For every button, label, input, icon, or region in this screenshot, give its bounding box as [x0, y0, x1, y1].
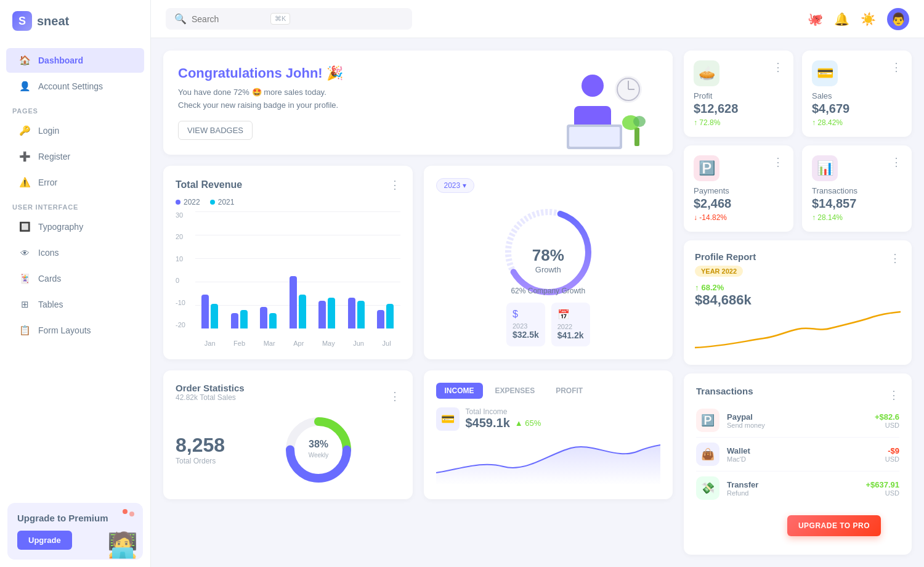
sidebar-item-label: Tables: [38, 300, 63, 309]
logo: S sneat: [0, 0, 150, 42]
sales-icon: 💳: [812, 60, 838, 86]
ui-section-label: USER INTERFACE: [0, 196, 150, 213]
transactions-stat-card: 📊 ⋮ Transactions $14,857 ↑ 28.14%: [802, 145, 912, 232]
svg-point-4: [582, 75, 604, 97]
sidebar-item-dashboard[interactable]: 🏠 Dashboard: [6, 48, 144, 73]
sidebar-item-cards[interactable]: 🃏 Cards: [6, 266, 144, 291]
year-badge[interactable]: 2023 ▾: [436, 178, 474, 193]
search-input[interactable]: [192, 14, 265, 24]
revenue-menu-icon[interactable]: ⋮: [389, 178, 400, 192]
growth-value-2022: $41.2k: [557, 330, 584, 340]
growth-header: 2023 ▾: [436, 178, 661, 193]
transactions-menu-icon[interactable]: ⋮: [891, 155, 902, 169]
income-tab-profit[interactable]: PROFIT: [547, 383, 591, 399]
transactions-icon: 📊: [812, 155, 838, 181]
search-bar[interactable]: 🔍 ⌘K: [166, 8, 412, 30]
sidebar-item-register[interactable]: ➕ Register: [6, 144, 144, 169]
profit-value: $12,628: [694, 102, 784, 116]
paypal-icon: 🅿️: [696, 409, 719, 432]
search-icon: 🔍: [174, 13, 187, 25]
income-details: Total Income $459.1k ▲ 65%: [466, 407, 541, 430]
transactions-stat-label: Transactions: [812, 186, 902, 195]
income-tab-income[interactable]: INCOME: [436, 383, 483, 399]
sidebar-item-error[interactable]: ⚠️ Error: [6, 170, 144, 195]
tx-wallet-currency: USD: [885, 455, 899, 463]
growth-year-2022: 2022: [557, 323, 584, 330]
notification-icon[interactable]: 🔔: [834, 12, 849, 27]
sidebar-item-label: Error: [38, 177, 57, 187]
profile-report-menu-icon[interactable]: ⋮: [890, 251, 901, 280]
search-kbd: ⌘K: [270, 13, 290, 25]
profile-report-header-left: Profile Report YEAR 2022: [695, 251, 756, 280]
logo-icon: S: [12, 11, 32, 31]
upgrade-pro-button[interactable]: UPGRADE TO PRO: [787, 515, 881, 536]
legend-2021-label: 2021: [218, 198, 235, 206]
profile-report-card: Profile Report YEAR 2022 ⋮ ↑ 68.2% $84,6…: [684, 240, 912, 365]
sidebar-item-label: Icons: [38, 248, 59, 258]
stats-mini-grid: 🥧 ⋮ Profit $12,628 ↑ 72.8% 💳 ⋮: [684, 51, 912, 232]
order-stats-menu-icon[interactable]: ⋮: [389, 390, 400, 403]
ring-center: 78% Growth: [532, 246, 564, 274]
transactions-change: ↑ 28.14%: [812, 213, 902, 222]
sidebar-item-icons[interactable]: 👁 Icons: [6, 240, 144, 265]
payments-change: ↓ -14.82%: [694, 213, 784, 222]
sales-label: Sales: [812, 91, 902, 100]
transactions-menu-icon[interactable]: ⋮: [888, 388, 899, 402]
sidebar-item-tables[interactable]: ⊞ Tables: [6, 292, 144, 317]
down-arrow-icon: ↓: [694, 213, 697, 222]
avatar[interactable]: 👨: [887, 8, 909, 30]
left-column: Congratulations John! 🎉 You have done 72…: [163, 51, 673, 510]
up-arrow-icon: ↑: [694, 118, 697, 127]
register-icon: ➕: [18, 150, 31, 163]
tx-wallet-sub: Mac'D: [727, 455, 750, 463]
profit-menu-icon[interactable]: ⋮: [772, 60, 784, 74]
dollar-icon: $: [513, 309, 539, 320]
sidebar-item-login[interactable]: 🔑 Login: [6, 118, 144, 143]
github-icon[interactable]: 🐙: [808, 12, 823, 27]
cards-icon: 🃏: [18, 272, 31, 285]
income-card: INCOME EXPENSES PROFIT 💳 Total Income $4…: [424, 370, 673, 499]
income-sparkline: [436, 436, 661, 485]
year-pill: YEAR 2022: [695, 266, 743, 277]
profile-report-chart: [695, 311, 901, 354]
growth-stats: $ 2023 $32.5k 📅 2022 $41.2k: [506, 303, 590, 346]
svg-text:38%: 38%: [309, 439, 328, 449]
svg-point-10: [633, 116, 646, 127]
sidebar-item-typography[interactable]: 🔲 Typography: [6, 214, 144, 239]
main-area: 🔍 ⌘K 🐙 🔔 ☀️ 👨 Congratulations John! 🎉 Yo…: [151, 0, 924, 567]
sales-card-header: 💳 ⋮: [812, 60, 902, 91]
income-tab-expenses[interactable]: EXPENSES: [487, 383, 544, 399]
income-chart: [436, 436, 661, 485]
sidebar-item-form-layouts[interactable]: 📋 Form Layouts: [6, 318, 144, 343]
revenue-title: Total Revenue: [176, 179, 242, 190]
ring-container: 78% Growth 62% Company Growth $ 2023 $32…: [436, 203, 661, 346]
growth-label: Growth: [532, 265, 564, 274]
sales-change: ↑ 28.42%: [812, 118, 902, 127]
upgrade-title: Upgrade to Premium: [17, 513, 133, 523]
tx-paypal-currency: USD: [875, 422, 899, 429]
theme-icon[interactable]: ☀️: [861, 12, 876, 27]
congrats-banner: Congratulations John! 🎉 You have done 72…: [163, 51, 673, 155]
pr-value: $84,686k: [695, 292, 901, 308]
order-statistics-card: Order Statistics 42.82k Total Sales ⋮ 8,…: [163, 370, 413, 499]
revenue-header: Total Revenue ⋮: [176, 178, 400, 192]
payments-menu-icon[interactable]: ⋮: [772, 155, 784, 169]
tx-wallet-name: Wallet: [727, 446, 750, 455]
revenue-legend: 2022 2021: [176, 198, 400, 206]
tx-paypal-amount-group: +$82.6 USD: [875, 412, 899, 429]
order-stats-header-left: Order Statistics 42.82k Total Sales: [176, 383, 245, 410]
sidebar-item-account-settings[interactable]: 👤 Account Settings: [6, 74, 144, 99]
profit-change: ↑ 72.8%: [694, 118, 784, 127]
view-badges-button[interactable]: VIEW BADGES: [178, 121, 253, 140]
profit-icon: 🥧: [694, 60, 719, 86]
content-area: Congratulations John! 🎉 You have done 72…: [151, 38, 924, 567]
upgrade-button[interactable]: Upgrade: [17, 531, 72, 550]
total-income-label: Total Income: [466, 407, 541, 416]
order-count-section: 8,258 Total Orders: [176, 434, 225, 465]
total-income-value: $459.1k: [466, 416, 510, 430]
tx-transfer-info: Transfer Refund: [727, 480, 758, 497]
sales-menu-icon[interactable]: ⋮: [891, 60, 902, 74]
transactions-title: Transactions: [696, 386, 753, 396]
revenue-chart: 3020100-10-20: [176, 211, 400, 347]
tx-wallet-amount: -$9: [885, 446, 899, 455]
